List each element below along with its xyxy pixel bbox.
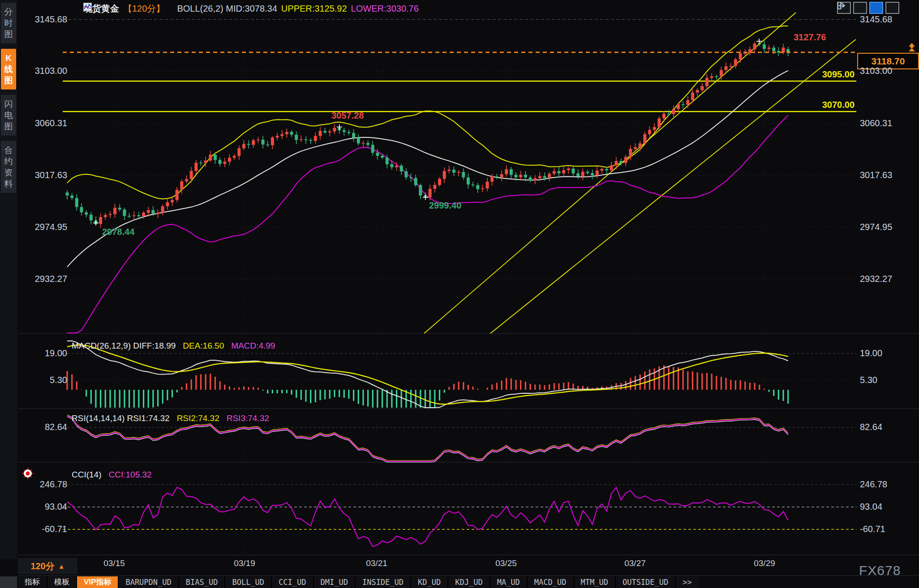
period-label[interactable]: 【120分】 <box>123 3 165 15</box>
y-axis-label-left: -60.71 <box>25 524 67 534</box>
macd-value-label: MACD:4.99 <box>231 341 275 351</box>
candle <box>347 132 350 133</box>
candle <box>753 43 756 49</box>
candle <box>300 140 303 141</box>
indicator-tab-CCI_UD[interactable]: CCI_UD <box>272 576 313 588</box>
candle <box>634 147 637 149</box>
candle <box>705 78 709 86</box>
candle <box>533 178 537 180</box>
y-axis-label-left: 246.78 <box>25 479 67 490</box>
candle <box>557 171 560 173</box>
indicator-tab-KD_UD[interactable]: KD_UD <box>411 576 447 588</box>
candle <box>276 136 279 138</box>
sidebar-tab-闪电图[interactable]: 闪电图 <box>1 95 16 136</box>
swing-price-label: 3127.76 <box>794 32 826 43</box>
candle <box>629 149 632 157</box>
indicator-tab-指标[interactable]: 指标 <box>18 576 47 588</box>
candle <box>768 48 771 49</box>
candle <box>729 66 732 67</box>
indicator-tab-KDJ_UD[interactable]: KDJ_UD <box>448 576 489 588</box>
candle <box>66 192 69 196</box>
y-axis-label-right: 3017.63 <box>860 170 892 180</box>
indicator-tab-INSIDE_UD[interactable]: INSIDE_UD <box>356 576 410 588</box>
indicator-tab-模板[interactable]: 模板 <box>47 576 76 588</box>
chart-toolbar <box>837 2 899 14</box>
cci-panel-header: CCI(14) CCI:105.32 <box>72 470 152 480</box>
x-axis-date-label: 03/21 <box>366 558 387 568</box>
indicator-tab-MA_UD[interactable]: MA_UD <box>490 576 527 588</box>
candle <box>691 93 694 100</box>
candle <box>677 104 680 109</box>
candle <box>548 174 551 178</box>
candle <box>600 169 603 171</box>
rsi3-label: RSI3:74.32 <box>227 413 269 423</box>
candle <box>596 170 599 175</box>
y-axis-label-right: 2974.95 <box>860 222 892 232</box>
y-axis-label-left: 3103.00 <box>25 66 67 76</box>
candle <box>333 128 336 132</box>
candle <box>137 215 140 216</box>
rsi-panel-header: RSI(14,14,14) RSI1:74.32 RSI2:74.32 RSI3… <box>72 413 269 423</box>
candle <box>204 161 207 163</box>
candle <box>667 114 670 115</box>
axes-play-icon[interactable] <box>869 2 883 14</box>
candle <box>390 164 393 167</box>
indicator-tab-VIP指标[interactable]: VIP指标 <box>77 576 118 588</box>
indicator-tab-BOLL_UD[interactable]: BOLL_UD <box>225 576 271 588</box>
candle <box>314 136 317 141</box>
rsi1-label: RSI(14,14,14) RSI1:74.32 <box>72 413 170 423</box>
swing-price-label: 2999.40 <box>429 200 461 211</box>
sidebar-tab-合约资料[interactable]: 合约资料 <box>1 141 16 193</box>
candle <box>104 215 107 217</box>
candle <box>772 48 775 51</box>
candle <box>323 131 326 132</box>
indicator-tab-BARUPDN_UD[interactable]: BARUPDN_UD <box>119 576 178 588</box>
trading-app: 分时图K线图闪电图合约资料 现货黄金 【120分】 BOLL(26,2) MID… <box>0 0 919 588</box>
indicator-tab-BIAS_UD[interactable]: BIAS_UD <box>179 576 225 588</box>
candle <box>262 140 265 145</box>
candle <box>419 185 422 196</box>
candle <box>214 155 217 160</box>
swing-price-label: 2978.44 <box>102 227 134 237</box>
candle <box>409 177 412 178</box>
indicator-tab-DMI_UD[interactable]: DMI_UD <box>314 576 355 588</box>
timeframe-selector[interactable]: 120分 ▲ <box>18 558 77 574</box>
y-axis-label-left: 2974.95 <box>25 222 67 232</box>
candle <box>176 190 179 200</box>
y-axis-label-right: 3103.00 <box>860 66 892 76</box>
candle <box>99 217 102 224</box>
candle <box>472 184 475 185</box>
candle <box>452 170 455 173</box>
y-axis-label-left: 3017.63 <box>25 170 67 180</box>
candle <box>75 198 78 207</box>
candle <box>438 179 441 185</box>
y-axis-label-right: 246.78 <box>860 479 887 490</box>
indicator-tab-MTM_UD[interactable]: MTM_UD <box>574 576 615 588</box>
candle <box>85 212 88 214</box>
candle <box>180 181 183 190</box>
sidebar-tab-分时图[interactable]: 分时图 <box>1 3 16 43</box>
corner-block <box>0 576 17 588</box>
candle <box>639 143 642 147</box>
candle <box>414 178 417 185</box>
sidebar-tab-K线图[interactable]: K线图 <box>1 49 16 89</box>
candle <box>161 206 164 213</box>
indicator-tab->>[interactable]: >> <box>676 576 698 588</box>
collapse-panel-icon[interactable] <box>885 2 899 14</box>
candle <box>233 156 236 158</box>
x-axis-date-label: 03/15 <box>103 558 125 568</box>
candle <box>386 158 389 164</box>
candle <box>156 213 159 214</box>
axes-chart-icon[interactable] <box>853 2 867 14</box>
chart-canvas[interactable] <box>0 0 919 588</box>
cci-value-label: CCI:105.32 <box>109 470 152 480</box>
indicator-tab-OUTSIDE_UD[interactable]: OUTSIDE_UD <box>616 576 675 588</box>
candle <box>237 148 240 156</box>
candle <box>151 210 155 214</box>
candle <box>113 208 116 214</box>
candle <box>199 163 202 164</box>
y-axis-label-right: -60.71 <box>860 524 885 534</box>
candle <box>586 172 589 173</box>
candle <box>371 145 374 153</box>
indicator-tab-MACD_UD[interactable]: MACD_UD <box>528 576 573 588</box>
